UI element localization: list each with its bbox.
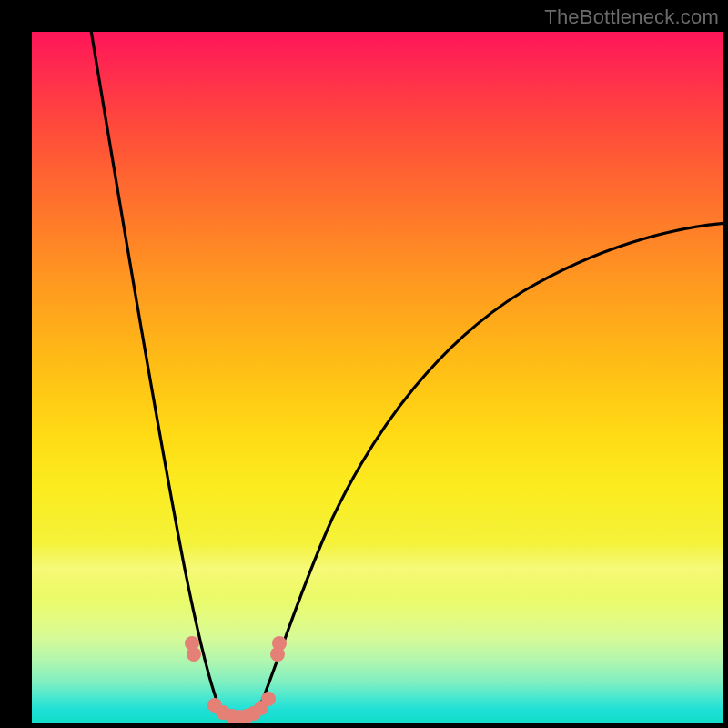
- curve-layer: [32, 32, 723, 723]
- chart-frame: TheBottleneck.com: [0, 0, 728, 728]
- svg-point-1: [187, 647, 201, 662]
- watermark-text: TheBottleneck.com: [544, 5, 719, 29]
- curve-left: [88, 32, 218, 705]
- plot-area: [32, 32, 723, 723]
- svg-point-11: [272, 636, 287, 651]
- curve-right: [260, 223, 723, 705]
- svg-point-9: [261, 692, 276, 706]
